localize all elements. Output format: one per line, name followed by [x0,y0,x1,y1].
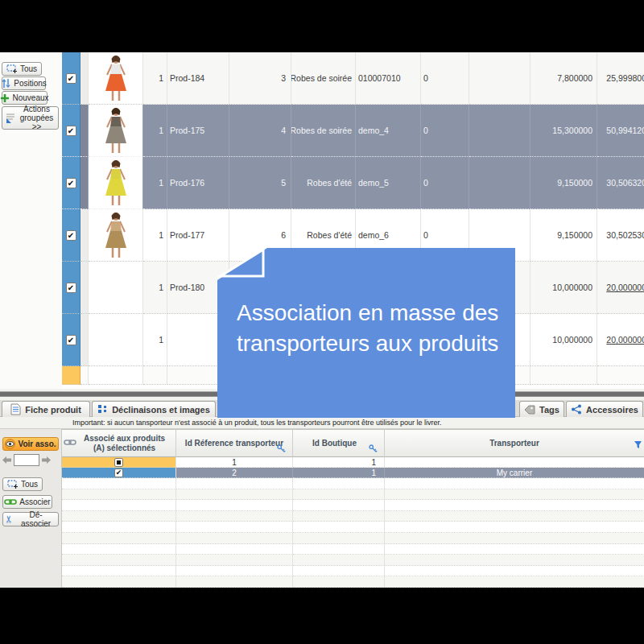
carrier-row[interactable]: 11 [62,457,644,468]
tab-declinaisons-label: Déclinaisons et images [112,405,210,415]
pager [2,453,60,466]
cell-quantity[interactable]: 1 [143,262,167,314]
annotation-callout: Association en masse des transporteurs a… [217,248,515,418]
cell-stock[interactable]: 0 [421,105,469,157]
cell-price-ht[interactable]: 10,000000 [530,314,597,366]
cell-price-ht[interactable]: 7,800000 [530,52,597,105]
grouped-actions-button[interactable]: Actions groupées >> [2,106,59,130]
cell-reference[interactable]: Prod-175 [167,105,229,157]
cell-category[interactable]: Robes de soirée [291,52,356,105]
cell-price-ttc[interactable]: 20,000000 [597,262,644,314]
cell-quantity[interactable]: 1 [143,105,167,157]
row-handle[interactable] [80,209,89,262]
checkbox-cell[interactable]: ✔ [62,52,80,105]
row-checkbox[interactable]: ✔ [66,283,76,293]
carrier-assoc-cell[interactable] [62,457,176,468]
cell-price-ttc[interactable]: 30,502530 [597,209,644,262]
checkbox-cell[interactable]: ✔ [62,105,80,157]
carrier-id-ref-cell[interactable]: 1 [176,457,293,468]
cell-category[interactable]: Robes de soirée [291,105,356,157]
carrier-name-cell[interactable] [385,457,644,468]
carrier-name-cell[interactable]: My carrier [385,468,644,478]
row-checkbox[interactable]: ✔ [66,178,76,188]
cell-position[interactable]: 5 [229,157,291,209]
table-row[interactable]: ✔1Prod-1754Robes de soiréedemo_4015,3000… [62,105,644,157]
header-id-ref[interactable]: Id Réference transporteur [176,430,293,457]
tab-accessoires[interactable]: Accessoires [566,401,643,417]
cell-price-ttc[interactable]: 50,994120 [597,105,644,157]
tab-fiche-produit[interactable]: Fiche produit [2,401,90,417]
cell-blank[interactable] [469,157,530,209]
tab-tags[interactable]: Tags [519,401,564,417]
arrow-left-icon[interactable] [2,456,12,464]
cell-reference[interactable]: Prod-184 [167,52,229,105]
empty-cell [62,489,176,501]
header-id-boutique[interactable]: Id Boutique [293,430,385,457]
cell-quantity[interactable]: 1 [143,314,167,366]
cell-price-ttc[interactable]: 20,000000 [597,314,644,366]
table-row[interactable]: ✔1Prod-1843Robes de soirée01000701007,80… [62,52,644,105]
carrier-id-ref-cell[interactable]: 2 [176,468,293,478]
checkbox-cell[interactable]: ✔ [62,157,80,209]
cell-position[interactable]: 3 [229,52,291,105]
checkbox-cell[interactable]: ✔ [62,209,80,262]
de-associer-label: Dé-associer [15,510,56,528]
carrier-row[interactable]: ✔21My carrier [62,468,644,478]
row-handle[interactable] [80,314,89,366]
header-transporteur[interactable]: Transporteur [385,430,644,457]
associer-button[interactable]: Associer [2,495,52,509]
cell-category[interactable]: Robes d'été [291,157,356,209]
app-screen: Tous Positions Nouveaux Actions groupées… [0,0,644,644]
select-all-carriers-button[interactable]: Tous [2,477,43,491]
row-checkbox[interactable]: ✔ [66,73,76,84]
cell-stock[interactable]: 0 [421,52,469,105]
de-associer-button[interactable]: ✂ Dé-associer [2,512,59,526]
carrier-assoc-cell[interactable]: ✔ [62,468,176,478]
cell-price-ht[interactable]: 9,150000 [530,157,597,209]
row-handle[interactable] [80,262,89,314]
new-products-button[interactable]: Nouveaux [2,91,47,105]
cell-blank [597,366,644,385]
row-checkbox[interactable]: ✔ [66,335,76,345]
positions-button[interactable]: Positions [2,76,46,90]
cell-reference[interactable]: Prod-176 [167,157,229,209]
row-handle[interactable] [80,157,89,209]
cell-blank[interactable] [469,105,530,157]
cell-price-ht[interactable]: 9,150000 [530,209,597,262]
cell-quantity[interactable]: 1 [143,209,167,262]
cell-price-ht[interactable]: 10,000000 [530,262,597,314]
product-image-cell [89,262,143,314]
cell-stock[interactable]: 0 [421,157,469,209]
tab-declinaisons[interactable]: Déclinaisons et images [92,401,216,417]
cell-ref-code[interactable]: demo_4 [356,105,421,157]
product-image [95,159,137,207]
row-checkbox[interactable]: ✔ [114,469,123,477]
checkbox-cell[interactable]: ✔ [62,262,80,314]
cell-price-ttc[interactable]: 25,999800 [597,52,644,105]
header-assoc[interactable]: Associé aux produits (A) sélectionnés [62,430,176,457]
checkbox-cell[interactable]: ✔ [62,314,80,366]
pager-input[interactable] [14,454,39,466]
carrier-id-boutique-cell[interactable]: 1 [293,457,385,468]
cell-ref-code[interactable]: 010007010 [356,52,421,105]
cell-position[interactable]: 4 [229,105,291,157]
row-handle[interactable] [80,52,89,105]
cell-quantity[interactable]: 1 [143,52,167,105]
empty-cell [176,522,293,533]
row-handle[interactable] [80,105,89,157]
voir-asso-button[interactable]: Voir asso. [2,437,59,451]
empty-cell [385,478,644,489]
cell-price-ht[interactable]: 15,300000 [530,105,597,157]
cell-blank[interactable] [469,52,530,105]
select-all-products-button[interactable]: Tous [2,62,42,76]
row-checkbox[interactable] [114,458,123,467]
cell-price-ttc[interactable]: 30,506320 [597,157,644,209]
filter-funnel-icon[interactable] [634,440,642,449]
table-row[interactable]: ✔1Prod-1765Robes d'étédemo_509,15000030,… [62,157,644,209]
arrow-right-icon[interactable] [41,456,51,464]
row-checkbox[interactable]: ✔ [66,230,76,241]
carrier-id-boutique-cell[interactable]: 1 [293,468,385,478]
cell-quantity[interactable]: 1 [143,157,167,209]
row-checkbox[interactable]: ✔ [66,126,76,136]
cell-ref-code[interactable]: demo_5 [356,157,421,209]
